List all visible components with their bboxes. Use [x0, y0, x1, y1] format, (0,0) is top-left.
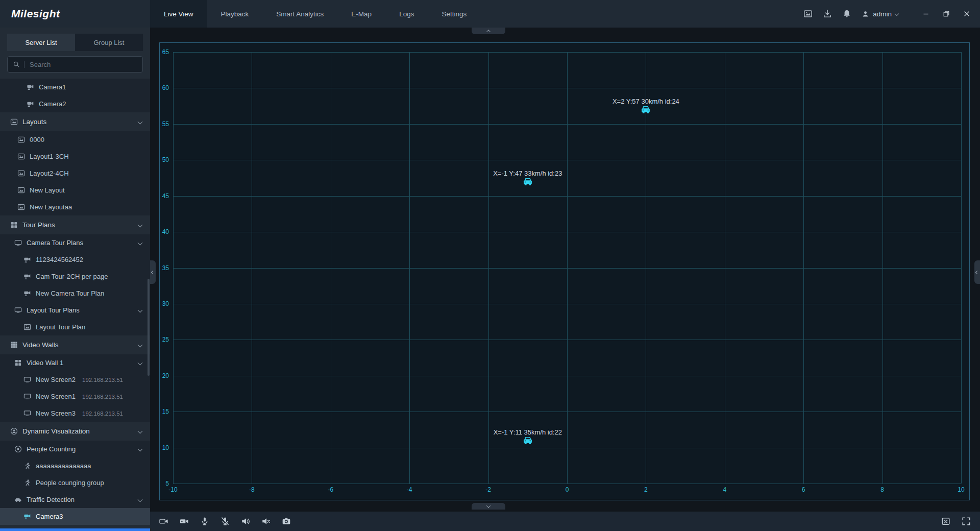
- sidebar-subsection-people-counting[interactable]: People Counting: [0, 441, 150, 457]
- chevron-down-icon: [138, 447, 143, 452]
- app-logo-text: Milesight: [11, 8, 60, 20]
- screen-ip: 192.168.213.51: [82, 394, 123, 400]
- sidebar-item-cam-tour-2ch[interactable]: Cam Tour-2CH per page: [0, 268, 150, 285]
- person-running-icon: [23, 479, 31, 487]
- item-label: Camera2: [39, 100, 66, 108]
- collapse-bottom-handle[interactable]: [472, 503, 505, 510]
- sidebar-item-new-layoutaa[interactable]: New Layoutaa: [0, 199, 150, 215]
- layouts-group: 0000 Layout1-3CH Layout2-4CH New Layout …: [0, 131, 150, 215]
- camera-icon: [27, 83, 34, 91]
- y-tick-label: 65: [162, 49, 169, 56]
- sidebar-section-layouts[interactable]: Layouts: [0, 112, 150, 131]
- screen-ip: 192.168.213.51: [82, 411, 123, 417]
- snapshot-button[interactable]: [282, 517, 291, 526]
- sidebar-item-layout-0000[interactable]: 0000: [0, 131, 150, 148]
- sidebar-partial-selected-row[interactable]: [0, 528, 150, 531]
- x-tick-label: 8: [880, 486, 884, 493]
- sidebar-item-new-layout[interactable]: New Layout: [0, 182, 150, 199]
- sidebar-item-camera3[interactable]: Camera3: [0, 508, 150, 525]
- window-controls: [916, 0, 977, 28]
- layout-icon: [23, 323, 31, 331]
- camcorder-icon: [159, 517, 168, 526]
- toolbar-right-group: [941, 517, 971, 526]
- close-all-button[interactable]: [941, 517, 950, 526]
- tab-e-map[interactable]: E-Map: [337, 0, 385, 28]
- sidebar-section-dynamic-visualization[interactable]: Dynamic Visualization: [0, 422, 150, 441]
- sidebar-item-new-screen1[interactable]: New Screen1 192.168.213.51: [0, 388, 150, 405]
- tab-logs[interactable]: Logs: [385, 0, 428, 28]
- grid-hline: [173, 52, 961, 53]
- sidebar-item-layout1-3ch[interactable]: Layout1-3CH: [0, 148, 150, 165]
- audio-off-button[interactable]: [261, 517, 271, 526]
- bottom-toolbar: [150, 512, 980, 531]
- sidebar-subsection-camera-tour-plans[interactable]: Camera Tour Plans: [0, 234, 150, 251]
- close-button[interactable]: [957, 0, 977, 28]
- item-label: Camera1: [39, 83, 66, 91]
- screen-ip: 192.168.213.51: [82, 377, 123, 383]
- sidebar-subsection-traffic-detection[interactable]: Traffic Detection: [0, 491, 150, 508]
- fullscreen-button[interactable]: [962, 517, 971, 526]
- camera-icon: [23, 513, 31, 520]
- search-input[interactable]: [29, 60, 137, 69]
- chevron-down-icon: [486, 503, 491, 508]
- tab-playback[interactable]: Playback: [207, 0, 263, 28]
- sidebar-item-camera2[interactable]: Camera2: [0, 95, 150, 112]
- section-label: Dynamic Visualization: [22, 427, 90, 435]
- user-avatar: [862, 10, 869, 18]
- stop-recording-button[interactable]: [180, 517, 189, 526]
- sidebar-item-new-screen2[interactable]: New Screen2 192.168.213.51: [0, 371, 150, 388]
- y-tick-label: 10: [162, 444, 169, 451]
- x-tick-label: -6: [328, 486, 333, 493]
- tab-settings[interactable]: Settings: [428, 0, 480, 28]
- mic-off-button[interactable]: [220, 517, 230, 526]
- sidebar-scrollbar-thumb[interactable]: [148, 279, 150, 376]
- sidebar-section-tour-plans[interactable]: Tour Plans: [0, 215, 150, 234]
- item-label: New Layoutaa: [30, 203, 72, 211]
- mic-on-button[interactable]: [200, 517, 209, 526]
- sidebar-item-aaaaaaaaaaaaaaa[interactable]: aaaaaaaaaaaaaaa: [0, 457, 150, 474]
- chevron-down-icon: [895, 12, 899, 16]
- item-label: Layout1-3CH: [30, 153, 69, 160]
- collapse-sidebar-handle[interactable]: [150, 260, 156, 284]
- sidebar-item-cameratour-1123424562452[interactable]: 1123424562452: [0, 251, 150, 268]
- sidebar-item-layout2-4ch[interactable]: Layout2-4CH: [0, 165, 150, 182]
- snapshot-gallery-button[interactable]: [803, 9, 813, 18]
- download-center-button[interactable]: [823, 9, 832, 18]
- chevron-left-icon: [151, 270, 155, 274]
- minimize-button[interactable]: [916, 0, 936, 28]
- sidebar-item-new-screen3[interactable]: New Screen3 192.168.213.51: [0, 405, 150, 422]
- layout-icon: [17, 170, 25, 177]
- sidebar-section-video-walls[interactable]: Video Walls: [0, 335, 150, 354]
- tab-smart-analytics[interactable]: Smart Analytics: [262, 0, 337, 28]
- tab-live-view[interactable]: Live View: [150, 0, 207, 28]
- grid-hline: [173, 268, 961, 269]
- restore-button[interactable]: [936, 0, 957, 28]
- tab-server-list[interactable]: Server List: [7, 34, 75, 51]
- tour-plans-icon: [10, 221, 18, 229]
- wall-grid-icon: [14, 359, 22, 367]
- chevron-down-icon: [138, 240, 143, 246]
- user-menu[interactable]: admin: [862, 10, 898, 18]
- tab-group-list[interactable]: Group List: [75, 34, 143, 51]
- expand-right-panel-handle[interactable]: [974, 260, 980, 284]
- tab-label: Server List: [25, 39, 57, 46]
- tour-plans-group: Camera Tour Plans 1123424562452 Cam Tour…: [0, 234, 150, 335]
- y-tick-label: 45: [162, 192, 169, 200]
- alarm-button[interactable]: [842, 9, 851, 18]
- chevron-down-icon: [138, 119, 143, 125]
- sidebar-item-new-camera-tour-plan[interactable]: New Camera Tour Plan: [0, 285, 150, 302]
- tab-label: E-Map: [351, 10, 372, 18]
- grid-hline: [173, 88, 961, 88]
- sidebar-item-people-counging-group[interactable]: People counging group: [0, 474, 150, 491]
- sidebar-subsection-video-wall-1[interactable]: Video Wall 1: [0, 354, 150, 371]
- car-icon: [14, 496, 22, 503]
- audio-on-button[interactable]: [241, 517, 250, 526]
- fullscreen-icon: [962, 517, 971, 526]
- sidebar-item-camera1[interactable]: Camera1: [0, 79, 150, 95]
- sidebar-subsection-layout-tour-plans[interactable]: Layout Tour Plans: [0, 302, 150, 319]
- sidebar-item-layout-tour-plan[interactable]: Layout Tour Plan: [0, 319, 150, 335]
- y-tick-label: 50: [162, 156, 169, 163]
- start-recording-button[interactable]: [159, 517, 168, 526]
- collapse-top-handle[interactable]: [472, 28, 505, 34]
- car-icon: [523, 177, 533, 186]
